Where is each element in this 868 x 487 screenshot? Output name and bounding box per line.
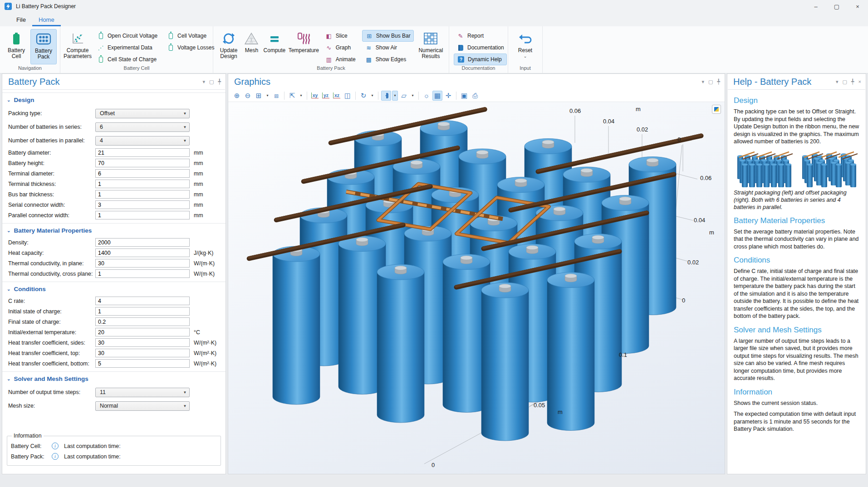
text-input[interactable] bbox=[95, 200, 190, 209]
zoom-box-dropdown-icon[interactable]: ▾ bbox=[265, 91, 270, 101]
text-input[interactable] bbox=[95, 297, 190, 305]
zoom-extents-icon[interactable]: ⧈ bbox=[271, 91, 281, 101]
section-header[interactable]: ⌄ Design bbox=[2, 93, 226, 107]
open-circuit-voltage-button[interactable]: Open Circuit Voltage bbox=[94, 30, 160, 42]
battery-pack-panel-title: Battery Pack bbox=[8, 77, 59, 87]
dropdown-select[interactable]: Normal ▼ bbox=[95, 401, 190, 411]
transparency-dropdown-icon[interactable]: ▾ bbox=[410, 91, 416, 101]
field-label: Terminal thickness: bbox=[8, 181, 95, 187]
compute-button[interactable]: Compute bbox=[262, 29, 287, 64]
compute-parameters-button[interactable]: Compute Parameters bbox=[64, 29, 92, 64]
animate-button[interactable]: ▥ Animate bbox=[322, 54, 358, 65]
text-input[interactable] bbox=[95, 169, 190, 178]
panel-pin-icon[interactable]: ╇ bbox=[717, 79, 720, 85]
text-input[interactable] bbox=[95, 317, 190, 326]
text-input[interactable] bbox=[95, 338, 190, 347]
zoom-out-icon[interactable]: ⊖ bbox=[243, 91, 253, 101]
slice-button[interactable]: ◧ Slice bbox=[322, 30, 358, 42]
maximize-button[interactable]: ▢ bbox=[826, 0, 847, 13]
panel-float-icon[interactable]: ▢ bbox=[209, 79, 214, 85]
snapshot-icon[interactable]: ▣ bbox=[459, 91, 469, 101]
cell-voltage-button[interactable]: Cell Voltage bbox=[164, 30, 217, 42]
transparency-icon[interactable]: ▱ bbox=[399, 91, 409, 101]
graphics-viewport[interactable]: 0.060.040.020m0.060.040.020m0.10.050m bbox=[228, 102, 725, 474]
text-input[interactable] bbox=[95, 190, 190, 199]
text-input[interactable] bbox=[95, 180, 190, 188]
temperature-button[interactable]: Temperature bbox=[288, 29, 320, 64]
panel-menu-icon[interactable]: ▾ bbox=[701, 79, 704, 85]
dropdown-select[interactable]: Offset ▼ bbox=[95, 109, 190, 118]
grid-icon[interactable]: ▦ bbox=[432, 91, 442, 101]
text-input[interactable] bbox=[95, 269, 190, 278]
experimental-data-button[interactable]: ⋰ Experimental Data bbox=[94, 42, 160, 54]
view-xz-icon[interactable]: xz bbox=[332, 91, 342, 101]
numerical-results-button[interactable]: Numerical Results bbox=[416, 29, 446, 64]
menu-home[interactable]: Home bbox=[32, 14, 61, 26]
show-bus-bar-button[interactable]: ⊞ Show Bus Bar bbox=[362, 30, 414, 42]
dropdown-select[interactable]: 4 ▼ bbox=[95, 136, 190, 146]
scene-light-icon[interactable]: ☼ bbox=[422, 91, 432, 101]
show-air-button[interactable]: ≋ Show Air bbox=[362, 42, 414, 54]
menu-file[interactable]: File bbox=[10, 14, 32, 26]
section-header[interactable]: ⌄ Conditions bbox=[2, 282, 226, 296]
show-axes-icon[interactable]: ✛ bbox=[443, 91, 453, 101]
panel-float-icon[interactable]: ▢ bbox=[843, 79, 847, 85]
form-row: Bus bar thickness: mm bbox=[2, 189, 226, 200]
rotate-icon[interactable]: ↻ bbox=[358, 91, 368, 101]
panel-close-icon[interactable]: × bbox=[858, 79, 861, 85]
rotate-dropdown-icon[interactable]: ▾ bbox=[369, 91, 375, 101]
section-header[interactable]: ⌄ Solver and Mesh Settings bbox=[2, 372, 226, 385]
show-edges-button[interactable]: ▩ Show Edges bbox=[362, 54, 414, 65]
panel-pin-icon[interactable]: ╇ bbox=[218, 79, 221, 85]
reset-dropdown-icon[interactable]: ⌄ bbox=[524, 54, 527, 58]
movie-icon[interactable]: ◫ bbox=[343, 91, 353, 101]
text-input[interactable] bbox=[95, 259, 190, 268]
section-header[interactable]: ⌄ Battery Material Properties bbox=[2, 224, 226, 237]
dropdown-select[interactable]: 11 ▼ bbox=[95, 388, 190, 397]
text-input[interactable] bbox=[95, 307, 190, 316]
text-input[interactable] bbox=[95, 148, 190, 157]
section-rows: Density: Heat capacity: J/(kg·K) Thermal… bbox=[2, 237, 226, 279]
view-corner-icon[interactable] bbox=[712, 105, 721, 114]
panel-float-icon[interactable]: ▢ bbox=[708, 79, 713, 85]
text-input[interactable] bbox=[95, 328, 190, 336]
battery-pack-button[interactable]: Battery Pack bbox=[30, 29, 57, 64]
reset-button[interactable]: Reset ⌄ bbox=[513, 29, 538, 64]
info-icon[interactable]: i bbox=[52, 453, 59, 460]
text-input[interactable] bbox=[95, 349, 190, 357]
graph-button[interactable]: ∿ Graph bbox=[322, 42, 358, 54]
panel-menu-icon[interactable]: ▾ bbox=[836, 79, 839, 85]
dropdown-select[interactable]: 6 ▼ bbox=[95, 122, 190, 132]
view-dropdown-icon[interactable]: ▾ bbox=[298, 91, 304, 101]
axis-tick-right: 0.04 bbox=[694, 217, 705, 224]
text-input[interactable] bbox=[95, 159, 190, 167]
info-icon[interactable]: i bbox=[52, 443, 59, 449]
help-section-heading: Battery Material Properties bbox=[734, 216, 860, 225]
sound-icon[interactable] bbox=[381, 91, 391, 101]
battery-cell-button[interactable]: Battery Cell bbox=[3, 29, 29, 64]
view-yz-icon[interactable]: yz bbox=[321, 91, 331, 101]
sound-dropdown-icon[interactable]: ▾ bbox=[392, 91, 398, 101]
view-xy-icon[interactable]: xy bbox=[310, 91, 320, 101]
mesh-button[interactable]: Mesh bbox=[242, 29, 261, 64]
minimize-button[interactable]: – bbox=[805, 0, 826, 13]
text-input[interactable] bbox=[95, 359, 190, 368]
default-3d-view-icon[interactable]: ⇱ bbox=[287, 91, 297, 101]
zoom-box-icon[interactable]: ⊞ bbox=[254, 91, 264, 101]
zoom-in-icon[interactable]: ⊕ bbox=[232, 91, 242, 101]
form-row: Final state of charge: bbox=[2, 317, 226, 327]
report-button[interactable]: ✎ Report bbox=[454, 30, 507, 42]
panel-menu-icon[interactable]: ▾ bbox=[202, 79, 205, 85]
close-button[interactable]: × bbox=[847, 0, 868, 13]
text-input[interactable] bbox=[95, 238, 190, 247]
update-design-button[interactable]: Update Design bbox=[216, 29, 241, 64]
panel-pin-icon[interactable]: ╇ bbox=[851, 79, 854, 85]
dynamic-help-button[interactable]: ? Dynamic Help bbox=[454, 54, 507, 65]
documentation-button[interactable]: Documentation bbox=[454, 42, 507, 54]
cell-state-of-charge-button[interactable]: Cell State of Charge bbox=[94, 54, 160, 65]
print-icon[interactable]: ⎙ bbox=[470, 91, 480, 101]
text-input[interactable] bbox=[95, 211, 190, 219]
help-section: Solver and Mesh Settings A larger number… bbox=[734, 326, 860, 382]
text-input[interactable] bbox=[95, 248, 190, 257]
voltage-losses-button[interactable]: Voltage Losses bbox=[164, 42, 217, 54]
